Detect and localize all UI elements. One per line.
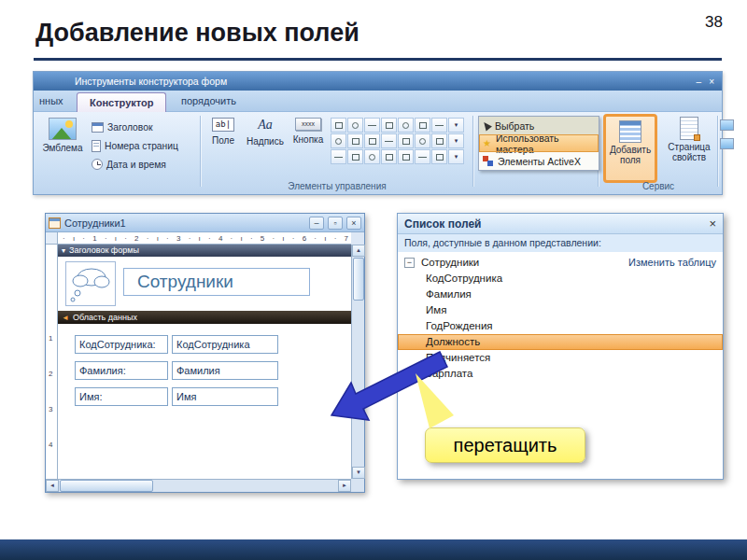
icon-part [93, 146, 99, 147]
form-window-title-bar[interactable]: Сотрудники1 – ▫ × [46, 214, 364, 232]
control-grid-button[interactable] [415, 149, 430, 164]
image-icon[interactable] [720, 138, 734, 149]
image-icon[interactable] [720, 119, 734, 131]
control-grid-button[interactable] [347, 118, 363, 133]
scrollbar-corner [351, 479, 364, 492]
field-list-item[interactable]: Имя [398, 302, 723, 318]
tab-partial-left[interactable]: нных [39, 91, 63, 112]
icon-part [92, 123, 103, 126]
field-control-button[interactable]: ab| Поле [205, 116, 241, 146]
menu-item-use-wizards[interactable]: ★ Использовать мастера [479, 134, 599, 152]
scroll-up-icon[interactable]: ▲ [352, 245, 365, 257]
horizontal-scroll-thumb[interactable] [60, 480, 153, 492]
chevron-down-icon: ▾ [455, 137, 458, 145]
cloud-logo-icon [66, 262, 115, 305]
control-grid-button[interactable] [347, 149, 363, 164]
tab-konstruktor[interactable]: Конструктор [77, 92, 166, 112]
control-grid-button[interactable] [431, 133, 447, 148]
emblem-label: Эмблема [37, 143, 88, 153]
detail-section-bar[interactable]: ◄ Область данных [58, 311, 351, 324]
scroll-left-icon[interactable]: ◄ [46, 480, 59, 492]
control-glyph [402, 138, 410, 145]
date-time-button[interactable]: Дата и время [92, 155, 178, 174]
logo-image-control[interactable] [65, 261, 116, 306]
field-value-box[interactable]: Имя [172, 387, 278, 406]
close-icon[interactable]: × [346, 217, 361, 230]
table-row[interactable]: − Сотрудники Изменить таблицу [398, 255, 723, 271]
button-control-button[interactable]: xxxx Кнопка [288, 116, 329, 145]
horizontal-scrollbar[interactable]: ◄ ► [46, 479, 351, 492]
add-fields-label-line1: Добавить [606, 145, 655, 155]
group-separator [200, 116, 201, 187]
label-icon: Aa [254, 117, 276, 133]
form-title-label[interactable]: Сотрудники [123, 268, 310, 296]
control-grid-button[interactable] [431, 118, 447, 133]
mountain-shape [51, 128, 72, 140]
form-window-title: Сотрудники1 [64, 217, 305, 229]
edit-table-link[interactable]: Изменить таблицу [628, 255, 716, 271]
field-list-item[interactable]: ГодРождения [398, 318, 723, 334]
control-glyph [368, 125, 376, 126]
scroll-right-icon[interactable]: ► [338, 480, 351, 492]
detail-area: КодСотрудника: КодСотрудника Фамилия: Фа… [58, 324, 351, 479]
field-control-label: Поле [205, 135, 241, 146]
design-canvas: ▾ Заголовок формы Сотрудники [46, 245, 351, 479]
tab-partial-right[interactable]: порядочить [181, 91, 236, 112]
field-list-item[interactable]: КодСотрудника [398, 271, 723, 287]
control-grid-button[interactable] [331, 133, 346, 148]
vertical-scroll-thumb[interactable] [353, 258, 364, 301]
ruler-number: 1 [49, 334, 52, 343]
minimize-icon[interactable]: – [309, 217, 324, 230]
emblem-button[interactable]: Эмблема [37, 116, 88, 153]
picture-icon [49, 118, 77, 140]
scroll-down-icon[interactable]: ▼ [352, 467, 365, 479]
callout-tail [400, 369, 465, 434]
control-grid-button[interactable] [364, 118, 380, 133]
date-time-label: Дата и время [106, 160, 166, 170]
field-label-box[interactable]: КодСотрудника: [75, 335, 168, 354]
field-value-box[interactable]: КодСотрудника [172, 335, 278, 354]
collapse-icon[interactable]: − [404, 258, 415, 268]
add-fields-button[interactable]: Добавить поля [603, 114, 657, 183]
close-icon[interactable]: × [709, 217, 716, 231]
control-grid-button[interactable] [381, 118, 397, 133]
ribbon-title-text: Инструменты конструктора форм [75, 76, 227, 87]
title-button[interactable]: Заголовок [92, 118, 178, 136]
control-grid-button[interactable] [398, 118, 414, 133]
field-list-title-bar[interactable]: Список полей × [398, 214, 723, 234]
control-grid-button[interactable] [331, 118, 346, 133]
slide-page-number: 38 [705, 13, 723, 32]
control-grid-button[interactable] [347, 133, 363, 148]
property-sheet-button[interactable]: Страница свойств [665, 117, 713, 162]
gallery-scroll-down[interactable]: ▾ [448, 133, 464, 148]
form-header-section-bar[interactable]: ▾ Заголовок формы [58, 245, 351, 257]
restore-icon[interactable]: ▫ [328, 217, 343, 230]
page-numbers-button[interactable]: Номера страниц [92, 136, 178, 155]
field-label-box[interactable]: Фамилия: [75, 361, 168, 380]
control-grid-button[interactable] [398, 149, 414, 164]
activex-icon [483, 156, 493, 166]
control-grid-button[interactable] [415, 118, 430, 133]
control-grid-button[interactable] [364, 133, 380, 148]
property-sheet-label-line1: Страница [665, 142, 713, 152]
control-grid-button[interactable] [431, 149, 447, 164]
control-grid-button[interactable] [364, 149, 380, 164]
gallery-scroll-up[interactable]: ▾ [448, 118, 464, 133]
field-list-item[interactable]: Фамилия [398, 287, 723, 302]
control-grid-button[interactable] [415, 133, 430, 148]
label-control-button[interactable]: Aa Надпись [245, 116, 286, 147]
field-label-box[interactable]: Имя: [75, 387, 168, 406]
control-grid-button[interactable] [381, 149, 397, 164]
form-icon [49, 217, 61, 229]
field-value-box[interactable]: Фамилия [172, 361, 278, 380]
menu-item-activex[interactable]: Элементы ActiveX [479, 152, 599, 170]
form-window-body: · ı · 1 · ı · 2 · ı · 3 · ı · 4 · ı · 5 … [46, 232, 364, 492]
minimize-icon[interactable]: – [697, 77, 702, 87]
control-glyph [352, 138, 359, 145]
control-grid-button[interactable] [331, 149, 346, 164]
control-grid-button[interactable] [398, 133, 414, 148]
gallery-more-button[interactable]: ▾ [448, 149, 464, 164]
clock-icon [92, 159, 103, 170]
control-grid-button[interactable] [381, 133, 397, 148]
close-icon[interactable]: × [709, 77, 714, 87]
